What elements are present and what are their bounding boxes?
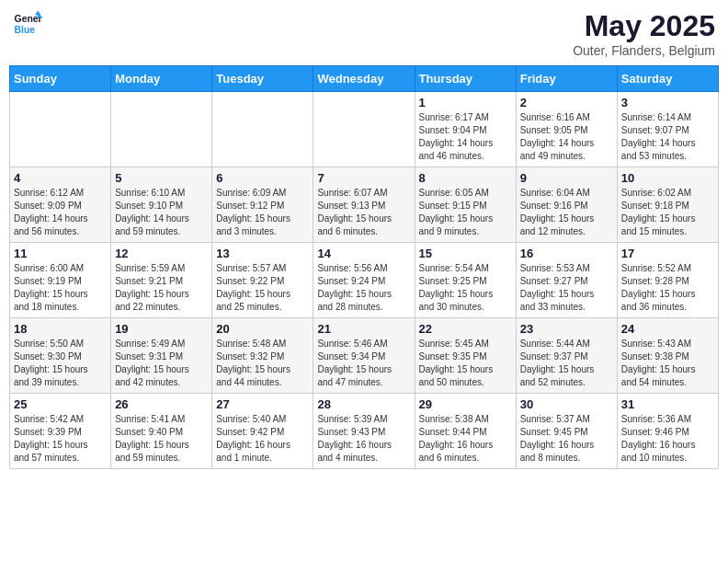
day-number: 19 [115, 322, 208, 336]
day-number: 27 [216, 397, 309, 411]
location-subtitle: Outer, Flanders, Belgium [573, 43, 715, 58]
calendar-cell: 29Sunrise: 5:38 AM Sunset: 9:44 PM Dayli… [415, 394, 516, 469]
day-info: Sunrise: 6:07 AM Sunset: 9:13 PM Dayligh… [317, 187, 410, 238]
day-info: Sunrise: 5:40 AM Sunset: 9:42 PM Dayligh… [216, 413, 309, 465]
calendar-cell: 13Sunrise: 5:57 AM Sunset: 9:22 PM Dayli… [212, 243, 313, 318]
day-number: 1 [419, 96, 512, 109]
calendar-cell: 7Sunrise: 6:07 AM Sunset: 9:13 PM Daylig… [313, 167, 415, 243]
day-info: Sunrise: 5:48 AM Sunset: 9:32 PM Dayligh… [216, 338, 309, 389]
day-number: 4 [14, 171, 107, 185]
calendar-cell [111, 92, 212, 167]
day-number: 16 [520, 247, 613, 260]
calendar-cell: 17Sunrise: 5:52 AM Sunset: 9:28 PM Dayli… [617, 243, 718, 318]
day-info: Sunrise: 5:50 AM Sunset: 9:30 PM Dayligh… [14, 338, 107, 389]
calendar-cell: 25Sunrise: 5:42 AM Sunset: 9:39 PM Dayli… [10, 394, 111, 469]
day-number: 26 [115, 397, 208, 411]
calendar-cell: 22Sunrise: 5:45 AM Sunset: 9:35 PM Dayli… [415, 318, 516, 394]
day-number: 5 [115, 171, 208, 185]
month-year-title: May 2025 [573, 9, 715, 43]
calendar-cell [10, 92, 111, 167]
calendar-cell: 28Sunrise: 5:39 AM Sunset: 9:43 PM Dayli… [313, 394, 415, 469]
day-info: Sunrise: 5:41 AM Sunset: 9:40 PM Dayligh… [115, 413, 208, 465]
calendar-cell: 12Sunrise: 5:59 AM Sunset: 9:21 PM Dayli… [111, 243, 212, 318]
day-number: 12 [115, 247, 208, 260]
day-info: Sunrise: 5:45 AM Sunset: 9:35 PM Dayligh… [419, 338, 512, 389]
day-info: Sunrise: 6:16 AM Sunset: 9:05 PM Dayligh… [520, 111, 613, 163]
day-number: 18 [14, 322, 107, 336]
day-number: 21 [317, 322, 410, 336]
weekday-header-wednesday: Wednesday [313, 66, 415, 92]
day-info: Sunrise: 5:49 AM Sunset: 9:31 PM Dayligh… [115, 338, 208, 389]
weekday-header-thursday: Thursday [415, 66, 516, 92]
calendar-cell: 14Sunrise: 5:56 AM Sunset: 9:24 PM Dayli… [313, 243, 415, 318]
weekday-header-row: SundayMondayTuesdayWednesdayThursdayFrid… [10, 66, 719, 92]
weekday-header-friday: Friday [516, 66, 617, 92]
calendar-cell: 16Sunrise: 5:53 AM Sunset: 9:27 PM Dayli… [516, 243, 617, 318]
day-number: 17 [621, 247, 714, 260]
day-number: 3 [621, 96, 714, 109]
day-number: 8 [419, 171, 512, 185]
calendar-cell: 8Sunrise: 6:05 AM Sunset: 9:15 PM Daylig… [415, 167, 516, 243]
calendar-week-row: 1Sunrise: 6:17 AM Sunset: 9:04 PM Daylig… [10, 92, 719, 167]
calendar-cell: 10Sunrise: 6:02 AM Sunset: 9:18 PM Dayli… [617, 167, 718, 243]
calendar-cell: 26Sunrise: 5:41 AM Sunset: 9:40 PM Dayli… [111, 394, 212, 469]
calendar-cell: 20Sunrise: 5:48 AM Sunset: 9:32 PM Dayli… [212, 318, 313, 394]
calendar-cell: 2Sunrise: 6:16 AM Sunset: 9:05 PM Daylig… [516, 92, 617, 167]
weekday-header-monday: Monday [111, 66, 212, 92]
day-info: Sunrise: 5:42 AM Sunset: 9:39 PM Dayligh… [14, 413, 107, 465]
day-info: Sunrise: 6:04 AM Sunset: 9:16 PM Dayligh… [520, 187, 613, 238]
day-number: 7 [317, 171, 410, 185]
svg-marker-2 [35, 11, 40, 16]
calendar-cell: 21Sunrise: 5:46 AM Sunset: 9:34 PM Dayli… [313, 318, 415, 394]
weekday-header-tuesday: Tuesday [212, 66, 313, 92]
day-info: Sunrise: 6:02 AM Sunset: 9:18 PM Dayligh… [621, 187, 714, 238]
day-number: 6 [216, 171, 309, 185]
calendar-cell: 9Sunrise: 6:04 AM Sunset: 9:16 PM Daylig… [516, 167, 617, 243]
day-number: 14 [317, 247, 410, 260]
day-number: 31 [621, 397, 714, 411]
day-number: 24 [621, 322, 714, 336]
page-header: General Blue May 2025 Outer, Flanders, B… [9, 9, 719, 58]
day-number: 29 [419, 397, 512, 411]
logo-icon: General Blue [13, 9, 42, 39]
calendar-cell: 11Sunrise: 6:00 AM Sunset: 9:19 PM Dayli… [10, 243, 111, 318]
calendar-cell: 5Sunrise: 6:10 AM Sunset: 9:10 PM Daylig… [111, 167, 212, 243]
calendar-week-row: 25Sunrise: 5:42 AM Sunset: 9:39 PM Dayli… [10, 394, 719, 469]
calendar-week-row: 11Sunrise: 6:00 AM Sunset: 9:19 PM Dayli… [10, 243, 719, 318]
day-info: Sunrise: 6:12 AM Sunset: 9:09 PM Dayligh… [14, 187, 107, 238]
day-info: Sunrise: 5:36 AM Sunset: 9:46 PM Dayligh… [621, 413, 714, 465]
calendar-cell: 31Sunrise: 5:36 AM Sunset: 9:46 PM Dayli… [617, 394, 718, 469]
day-info: Sunrise: 6:17 AM Sunset: 9:04 PM Dayligh… [419, 111, 512, 163]
calendar-cell: 1Sunrise: 6:17 AM Sunset: 9:04 PM Daylig… [415, 92, 516, 167]
day-info: Sunrise: 5:39 AM Sunset: 9:43 PM Dayligh… [317, 413, 410, 465]
calendar-cell [313, 92, 415, 167]
day-number: 10 [621, 171, 714, 185]
calendar-cell: 30Sunrise: 5:37 AM Sunset: 9:45 PM Dayli… [516, 394, 617, 469]
day-info: Sunrise: 5:59 AM Sunset: 9:21 PM Dayligh… [115, 262, 208, 314]
day-info: Sunrise: 5:52 AM Sunset: 9:28 PM Dayligh… [621, 262, 714, 314]
calendar-cell: 23Sunrise: 5:44 AM Sunset: 9:37 PM Dayli… [516, 318, 617, 394]
day-info: Sunrise: 5:53 AM Sunset: 9:27 PM Dayligh… [520, 262, 613, 314]
calendar-cell [212, 92, 313, 167]
day-number: 25 [14, 397, 107, 411]
svg-text:Blue: Blue [15, 25, 36, 35]
day-number: 2 [520, 96, 613, 109]
weekday-header-sunday: Sunday [10, 66, 111, 92]
day-info: Sunrise: 5:44 AM Sunset: 9:37 PM Dayligh… [520, 338, 613, 389]
day-info: Sunrise: 6:09 AM Sunset: 9:12 PM Dayligh… [216, 187, 309, 238]
day-number: 13 [216, 247, 309, 260]
day-number: 30 [520, 397, 613, 411]
day-number: 20 [216, 322, 309, 336]
day-info: Sunrise: 5:38 AM Sunset: 9:44 PM Dayligh… [419, 413, 512, 465]
calendar-cell: 18Sunrise: 5:50 AM Sunset: 9:30 PM Dayli… [10, 318, 111, 394]
calendar-week-row: 4Sunrise: 6:12 AM Sunset: 9:09 PM Daylig… [10, 167, 719, 243]
day-number: 15 [419, 247, 512, 260]
day-info: Sunrise: 5:54 AM Sunset: 9:25 PM Dayligh… [419, 262, 512, 314]
calendar-week-row: 18Sunrise: 5:50 AM Sunset: 9:30 PM Dayli… [10, 318, 719, 394]
day-info: Sunrise: 5:37 AM Sunset: 9:45 PM Dayligh… [520, 413, 613, 465]
day-number: 22 [419, 322, 512, 336]
calendar-cell: 19Sunrise: 5:49 AM Sunset: 9:31 PM Dayli… [111, 318, 212, 394]
calendar-cell: 4Sunrise: 6:12 AM Sunset: 9:09 PM Daylig… [10, 167, 111, 243]
day-info: Sunrise: 5:43 AM Sunset: 9:38 PM Dayligh… [621, 338, 714, 389]
day-number: 11 [14, 247, 107, 260]
